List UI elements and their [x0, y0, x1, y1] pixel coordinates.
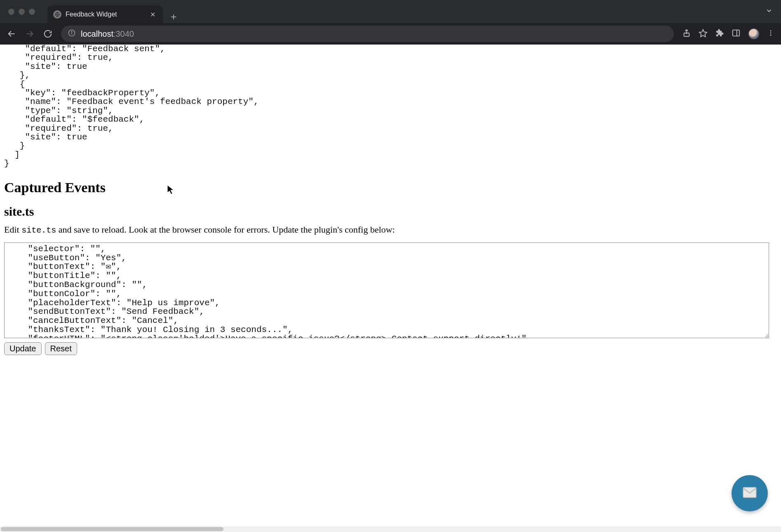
- share-icon[interactable]: [682, 28, 691, 39]
- tab-title: Feedback Widget: [66, 11, 144, 18]
- json-code-block: "default": "Feedback sent", "required": …: [4, 45, 777, 168]
- reset-button[interactable]: Reset: [45, 342, 77, 355]
- new-tab-button[interactable]: ＋: [169, 10, 179, 23]
- feedback-fab[interactable]: [732, 475, 768, 511]
- config-editor: [4, 242, 777, 340]
- address-bar[interactable]: localhost:3040: [61, 26, 674, 42]
- minimize-window-button[interactable]: [19, 9, 25, 15]
- instructions-text: Edit site.ts and save to reload. Look at…: [4, 224, 777, 235]
- reload-button[interactable]: [40, 26, 55, 41]
- globe-icon: [53, 10, 61, 19]
- url-host: localhost: [81, 29, 113, 38]
- captured-events-heading: Captured Events: [4, 180, 777, 195]
- svg-point-5: [71, 31, 72, 32]
- horizontal-scrollbar[interactable]: [0, 526, 781, 532]
- button-row: Update Reset: [4, 342, 777, 355]
- kebab-menu-icon[interactable]: [767, 29, 774, 38]
- all-tabs-dropdown-icon[interactable]: [765, 7, 773, 16]
- browser-chrome: Feedback Widget ✕ ＋ localhost:3040: [0, 0, 781, 45]
- browser-tab[interactable]: Feedback Widget ✕: [47, 6, 163, 23]
- svg-marker-7: [699, 30, 707, 37]
- config-textarea[interactable]: [4, 242, 769, 338]
- side-panel-icon[interactable]: [732, 28, 741, 39]
- svg-rect-13: [743, 487, 756, 498]
- bookmark-star-icon[interactable]: [699, 28, 708, 39]
- url-path: :3040: [113, 29, 134, 38]
- svg-point-11: [770, 33, 772, 34]
- titlebar: Feedback Widget ✕ ＋: [0, 0, 781, 23]
- instr-suffix: and save to reload. Look at the browser …: [56, 224, 395, 235]
- update-button[interactable]: Update: [4, 342, 42, 355]
- instr-prefix: Edit: [4, 224, 21, 235]
- svg-point-10: [770, 30, 772, 31]
- url-text: localhost:3040: [81, 29, 134, 39]
- close-window-button[interactable]: [8, 9, 14, 15]
- forward-button[interactable]: [22, 26, 37, 41]
- toolbar-right: [680, 28, 777, 40]
- toolbar: localhost:3040: [0, 23, 781, 45]
- page-content[interactable]: "default": "Feedback sent", "required": …: [0, 45, 781, 532]
- window-controls: [4, 9, 35, 15]
- site-ts-heading: site.ts: [4, 205, 777, 219]
- site-info-icon[interactable]: [68, 29, 76, 39]
- tab-strip: Feedback Widget ✕ ＋: [47, 0, 179, 23]
- envelope-icon: [741, 484, 758, 503]
- close-tab-icon[interactable]: ✕: [148, 10, 157, 19]
- instr-code: site.ts: [21, 226, 56, 235]
- svg-rect-8: [733, 30, 740, 36]
- maximize-window-button[interactable]: [29, 9, 35, 15]
- profile-avatar[interactable]: [748, 28, 760, 40]
- scrollbar-thumb[interactable]: [1, 527, 223, 531]
- svg-point-12: [770, 35, 772, 36]
- extensions-icon[interactable]: [715, 28, 724, 39]
- back-button[interactable]: [4, 26, 19, 41]
